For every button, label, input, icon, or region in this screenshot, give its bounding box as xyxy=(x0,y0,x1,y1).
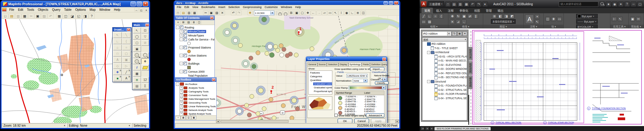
close-icon[interactable]: ✕ xyxy=(145,23,149,27)
layer-row[interactable] xyxy=(175,49,214,53)
reshape-tool-icon[interactable]: ◇ xyxy=(113,63,122,69)
polygon-tool-icon[interactable]: ⌂ xyxy=(113,44,122,50)
publish-icon[interactable]: ▦ xyxy=(457,32,462,36)
copy-icon[interactable]: ▣ xyxy=(35,13,41,19)
object-color-combo[interactable]: ByLayer▾ xyxy=(576,14,598,19)
toolbox-item[interactable]: + Linear Referencing Tools xyxy=(175,104,216,108)
arc-tool-icon[interactable]: ( xyxy=(122,38,131,44)
plot-icon[interactable]: ▦ xyxy=(464,2,469,7)
region-style-icon[interactable]: ■ xyxy=(113,75,122,81)
text-tool-icon[interactable]: A xyxy=(113,57,122,63)
sheet-row[interactable]: A-03 - DOORS WINDOW... xyxy=(422,67,467,71)
sheet-row[interactable]: AS-01 - ARCH SITE PLAN xyxy=(422,55,467,59)
frame-tool-icon[interactable]: ▣ xyxy=(122,57,131,63)
layer-freeze-icon[interactable]: ◨ xyxy=(504,14,509,19)
minimize-button[interactable]: ─ xyxy=(631,2,636,7)
layer-row[interactable] xyxy=(175,66,214,70)
layer-label[interactable]: Routing xyxy=(184,26,195,29)
rectangle-tool-icon[interactable]: ▭ xyxy=(421,19,426,24)
toolbox-item[interactable]: + Geocoding Tools xyxy=(175,101,216,104)
open-icon[interactable]: ▤ xyxy=(181,11,186,15)
Edit[interactable]: Edit xyxy=(16,8,25,12)
list-by-selection-icon[interactable]: ≣ xyxy=(191,20,196,24)
sheet-row[interactable]: T-01 - TITLE SHEET xyxy=(422,46,467,51)
tab-icon[interactable]: ▦ xyxy=(191,116,196,120)
fillet-tool-icon[interactable]: ◟ xyxy=(462,19,467,24)
Selection[interactable]: Selection xyxy=(327,62,339,66)
toolbox-item[interactable]: + Cartography Tools xyxy=(175,90,216,93)
tab-icon[interactable]: ◫ xyxy=(186,116,191,120)
sheet-row[interactable]: A-04 - REFLECTED CEILI... xyxy=(422,71,467,76)
sheet-label[interactable]: Architectural xyxy=(435,51,449,54)
apply-button[interactable]: Apply xyxy=(371,119,386,123)
communication-center-icon[interactable]: ✦ xyxy=(618,2,624,7)
mapinfo-map-canvas[interactable]: Drawi... ✕ ↖╲∟(⌂○□▢A▣◇▷❖╱■A Main ✕ ↖⊡◯▽▢… xyxy=(2,19,149,123)
close-button[interactable]: ✕ xyxy=(394,1,398,5)
sheet-label[interactable]: S-04 - STRUCTURAL SEC... xyxy=(438,97,467,100)
next-layout-icon[interactable]: ▸ xyxy=(430,127,434,130)
normalization-combo[interactable]: none▾ xyxy=(353,79,368,82)
layer-lock-icon[interactable]: ◩ xyxy=(509,14,514,19)
autocad-drawing-canvas[interactable]: 1 TYPICAL WALL SECTION 2 TYPICAL STAIR S… xyxy=(420,28,644,126)
fixed-zoom-out-icon[interactable]: ▢ xyxy=(300,11,305,15)
sheet-label[interactable]: A-03 - DOORS WINDOW... xyxy=(438,68,467,70)
maximize-button[interactable]: ▢ xyxy=(637,2,643,7)
copy-icon[interactable]: ▣ xyxy=(209,11,214,15)
clear-selection-icon[interactable]: ▭ xyxy=(327,11,333,15)
new-icon[interactable]: □ xyxy=(445,2,451,7)
panel-label[interactable]: 实用工具 ▾ xyxy=(610,25,628,28)
drawing-toolbar-titlebar[interactable]: Drawi... ✕ xyxy=(113,27,131,32)
管理[interactable]: 管理 xyxy=(483,8,495,13)
layer-row[interactable]: + MinuteTypes xyxy=(175,33,214,37)
polygon-select-icon[interactable]: ▽ xyxy=(141,34,149,40)
layer-label[interactable]: Calls for Service - Feb07 xyxy=(188,38,214,41)
dialog-titlebar[interactable]: Layer Properties ✕ xyxy=(306,57,387,61)
back-extent-icon[interactable]: ← xyxy=(311,11,316,15)
panel-label[interactable]: 块 ▾ xyxy=(544,25,563,28)
line-tool-icon[interactable]: ╱ xyxy=(421,14,426,19)
layer-properties-icon[interactable]: ≣ xyxy=(492,14,497,19)
open-table-icon[interactable]: ▤ xyxy=(9,13,15,19)
status-editing[interactable]: Editing: None▴ xyxy=(67,123,131,128)
expand-icon[interactable]: - xyxy=(180,38,183,41)
active-layout-tab[interactable]: S03 FLOOR FRAMING PLAN AND SECTIONS xyxy=(434,127,491,130)
boundary-select-icon[interactable]: ▢ xyxy=(133,40,141,46)
new-browser-icon[interactable]: ▦ xyxy=(56,13,62,19)
identify-icon[interactable]: i xyxy=(339,11,344,15)
redo-icon[interactable]: ↷ xyxy=(236,11,242,15)
insert-block-icon[interactable]: ◫ xyxy=(545,17,550,21)
attributes-icon[interactable]: ≣ xyxy=(355,11,360,15)
zoom-in-icon[interactable]: + xyxy=(133,52,141,58)
ruler-icon[interactable]: 12 xyxy=(141,77,149,83)
unselect-all-icon[interactable]: ⊘ xyxy=(141,40,149,46)
show-item[interactable]: Categories xyxy=(309,74,332,78)
status-selecting[interactable]: Selecting xyxy=(132,123,149,128)
close-icon[interactable]: ✕ xyxy=(210,16,214,19)
zoom-out-icon[interactable]: − xyxy=(141,52,149,58)
rotate-tool-icon[interactable]: ↻ xyxy=(456,14,461,19)
layer-row[interactable] xyxy=(175,41,214,45)
scroll-left-icon[interactable]: ◂ xyxy=(216,120,220,123)
mdi-close-button[interactable]: ✕ xyxy=(144,8,148,11)
Query[interactable]: Query xyxy=(50,8,62,12)
list-by-visibility-icon[interactable]: ▤ xyxy=(186,20,191,24)
expand-icon[interactable]: - xyxy=(427,51,430,54)
General[interactable]: General xyxy=(307,62,318,66)
polyline-tool-icon[interactable]: ∟ xyxy=(427,14,432,19)
new-mapper-icon[interactable]: ◫ xyxy=(63,13,69,19)
sheet-row[interactable]: S-03 - FLOOR FRAMING... xyxy=(422,92,467,96)
line-tool-icon[interactable]: ╲ xyxy=(122,32,131,38)
layer-checkbox[interactable] xyxy=(184,30,187,33)
show-item[interactable]: Quantities xyxy=(309,78,332,82)
sheet-row[interactable]: A-05 - SECTIONS AND D... xyxy=(422,75,467,80)
layer-label[interactable]: Proposed Stations xyxy=(188,46,212,49)
infocenter-search-input[interactable] xyxy=(559,2,598,7)
quick-select-icon[interactable]: ↖ xyxy=(618,17,623,21)
show-item[interactable]: Proportional symbols xyxy=(309,89,332,93)
Table[interactable]: Table xyxy=(62,8,73,12)
arc-tool-icon[interactable]: ( xyxy=(439,14,444,19)
open-icon[interactable]: ▤ xyxy=(451,2,457,7)
Symbology[interactable]: Symbology xyxy=(348,62,362,66)
sheet-label[interactable]: A-05 - SECTIONS AND D... xyxy=(438,76,467,79)
expand-icon[interactable]: + xyxy=(180,30,183,33)
